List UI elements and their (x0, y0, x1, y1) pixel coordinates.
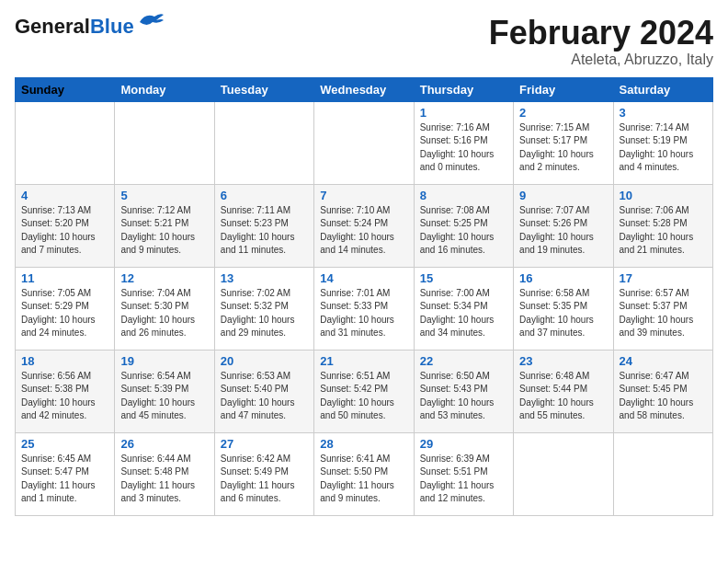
week-row-5: 25Sunrise: 6:45 AM Sunset: 5:47 PM Dayli… (16, 432, 713, 515)
week-row-4: 18Sunrise: 6:56 AM Sunset: 5:38 PM Dayli… (16, 350, 713, 432)
day-number: 5 (120, 189, 208, 202)
day-number: 20 (221, 354, 308, 368)
calendar-cell: 13Sunrise: 7:02 AM Sunset: 5:32 PM Dayli… (214, 267, 313, 350)
calendar-cell: 25Sunrise: 6:45 AM Sunset: 5:47 PM Dayli… (16, 432, 115, 515)
calendar-cell (514, 432, 613, 515)
day-info: Sunrise: 6:54 AM Sunset: 5:39 PM Dayligh… (120, 370, 208, 423)
calendar-cell: 23Sunrise: 6:48 AM Sunset: 5:44 PM Dayli… (514, 350, 613, 432)
calendar-cell: 14Sunrise: 7:01 AM Sunset: 5:33 PM Dayli… (314, 267, 414, 350)
calendar-cell: 19Sunrise: 6:54 AM Sunset: 5:39 PM Dayli… (115, 350, 214, 432)
calendar-cell: 15Sunrise: 7:00 AM Sunset: 5:34 PM Dayli… (414, 267, 513, 350)
week-row-3: 11Sunrise: 7:05 AM Sunset: 5:29 PM Dayli… (16, 267, 713, 350)
day-number: 6 (221, 189, 308, 202)
calendar-cell: 27Sunrise: 6:42 AM Sunset: 5:49 PM Dayli… (214, 432, 313, 515)
calendar-cell: 3Sunrise: 7:14 AM Sunset: 5:19 PM Daylig… (613, 101, 712, 184)
day-info: Sunrise: 7:13 AM Sunset: 5:20 PM Dayligh… (21, 204, 108, 258)
calendar-cell (16, 101, 115, 184)
day-number: 18 (21, 354, 108, 368)
title-block: February 2024 Ateleta, Abruzzo, Italy (489, 15, 713, 68)
calendar-cell: 1Sunrise: 7:16 AM Sunset: 5:16 PM Daylig… (414, 101, 513, 184)
calendar-cell: 7Sunrise: 7:10 AM Sunset: 5:24 PM Daylig… (314, 184, 414, 267)
day-info: Sunrise: 7:10 AM Sunset: 5:24 PM Dayligh… (320, 204, 407, 258)
logo: GeneralBlue (15, 15, 165, 39)
calendar-cell: 21Sunrise: 6:51 AM Sunset: 5:42 PM Dayli… (314, 350, 414, 432)
calendar-cell: 17Sunrise: 6:57 AM Sunset: 5:37 PM Dayli… (613, 267, 712, 350)
day-info: Sunrise: 7:04 AM Sunset: 5:30 PM Dayligh… (120, 287, 208, 340)
day-info: Sunrise: 6:39 AM Sunset: 5:51 PM Dayligh… (420, 453, 507, 506)
day-number: 13 (221, 271, 308, 285)
day-info: Sunrise: 7:00 AM Sunset: 5:34 PM Dayligh… (420, 287, 507, 340)
day-number: 12 (120, 271, 208, 285)
day-info: Sunrise: 6:41 AM Sunset: 5:50 PM Dayligh… (320, 453, 407, 506)
calendar-cell: 28Sunrise: 6:41 AM Sunset: 5:50 PM Dayli… (314, 432, 414, 515)
day-info: Sunrise: 6:48 AM Sunset: 5:44 PM Dayligh… (519, 370, 607, 423)
page-header: GeneralBlue February 2024 Ateleta, Abruz… (15, 15, 713, 68)
calendar-cell (314, 101, 414, 184)
calendar-table: SundayMondayTuesdayWednesdayThursdayFrid… (15, 77, 713, 516)
week-row-2: 4Sunrise: 7:13 AM Sunset: 5:20 PM Daylig… (16, 184, 713, 267)
calendar-cell: 20Sunrise: 6:53 AM Sunset: 5:40 PM Dayli… (214, 350, 313, 432)
day-number: 3 (620, 106, 707, 120)
week-row-1: 1Sunrise: 7:16 AM Sunset: 5:16 PM Daylig… (16, 101, 713, 184)
calendar-cell: 2Sunrise: 7:15 AM Sunset: 5:17 PM Daylig… (514, 101, 613, 184)
weekday-header-thursday: Thursday (414, 77, 513, 101)
calendar-cell: 22Sunrise: 6:50 AM Sunset: 5:43 PM Dayli… (414, 350, 513, 432)
day-info: Sunrise: 6:47 AM Sunset: 5:45 PM Dayligh… (620, 370, 707, 423)
day-info: Sunrise: 7:11 AM Sunset: 5:23 PM Dayligh… (221, 204, 308, 258)
logo-bird-icon (138, 11, 165, 35)
day-number: 2 (519, 106, 607, 120)
day-number: 1 (420, 106, 507, 120)
calendar-cell: 9Sunrise: 7:07 AM Sunset: 5:26 PM Daylig… (514, 184, 613, 267)
calendar-cell: 12Sunrise: 7:04 AM Sunset: 5:30 PM Dayli… (115, 267, 214, 350)
calendar-cell: 16Sunrise: 6:58 AM Sunset: 5:35 PM Dayli… (514, 267, 613, 350)
calendar-cell (214, 101, 313, 184)
weekday-header-tuesday: Tuesday (214, 77, 313, 101)
day-info: Sunrise: 7:01 AM Sunset: 5:33 PM Dayligh… (320, 287, 407, 340)
day-info: Sunrise: 7:07 AM Sunset: 5:26 PM Dayligh… (519, 204, 607, 258)
calendar-cell: 29Sunrise: 6:39 AM Sunset: 5:51 PM Dayli… (414, 432, 513, 515)
month-title: February 2024 (489, 15, 713, 52)
day-info: Sunrise: 7:14 AM Sunset: 5:19 PM Dayligh… (620, 121, 707, 175)
calendar-cell: 5Sunrise: 7:12 AM Sunset: 5:21 PM Daylig… (115, 184, 214, 267)
day-info: Sunrise: 6:56 AM Sunset: 5:38 PM Dayligh… (21, 370, 108, 423)
day-number: 15 (420, 271, 507, 285)
logo-blue: Blue (90, 15, 134, 38)
day-info: Sunrise: 7:02 AM Sunset: 5:32 PM Dayligh… (221, 287, 308, 340)
day-number: 28 (320, 437, 407, 451)
day-number: 7 (320, 189, 407, 202)
weekday-header-monday: Monday (115, 77, 214, 101)
day-number: 22 (420, 354, 507, 368)
calendar-cell: 18Sunrise: 6:56 AM Sunset: 5:38 PM Dayli… (16, 350, 115, 432)
day-number: 29 (420, 437, 507, 451)
day-info: Sunrise: 6:45 AM Sunset: 5:47 PM Dayligh… (21, 453, 108, 506)
calendar-cell: 4Sunrise: 7:13 AM Sunset: 5:20 PM Daylig… (16, 184, 115, 267)
calendar-cell: 24Sunrise: 6:47 AM Sunset: 5:45 PM Dayli… (613, 350, 712, 432)
weekday-header-row: SundayMondayTuesdayWednesdayThursdayFrid… (16, 77, 713, 101)
day-info: Sunrise: 6:44 AM Sunset: 5:48 PM Dayligh… (120, 453, 208, 506)
calendar-cell: 8Sunrise: 7:08 AM Sunset: 5:25 PM Daylig… (414, 184, 513, 267)
day-number: 8 (420, 189, 507, 202)
day-number: 27 (221, 437, 308, 451)
calendar-cell: 6Sunrise: 7:11 AM Sunset: 5:23 PM Daylig… (214, 184, 313, 267)
day-info: Sunrise: 7:06 AM Sunset: 5:28 PM Dayligh… (620, 204, 707, 258)
day-number: 26 (120, 437, 208, 451)
day-number: 24 (620, 354, 707, 368)
day-info: Sunrise: 6:51 AM Sunset: 5:42 PM Dayligh… (320, 370, 407, 423)
day-number: 21 (320, 354, 407, 368)
day-info: Sunrise: 7:12 AM Sunset: 5:21 PM Dayligh… (120, 204, 208, 258)
calendar-cell (115, 101, 214, 184)
day-number: 25 (21, 437, 108, 451)
day-info: Sunrise: 6:50 AM Sunset: 5:43 PM Dayligh… (420, 370, 507, 423)
day-info: Sunrise: 7:15 AM Sunset: 5:17 PM Dayligh… (519, 121, 607, 175)
day-info: Sunrise: 6:58 AM Sunset: 5:35 PM Dayligh… (519, 287, 607, 340)
calendar-cell (613, 432, 712, 515)
logo-general: General (15, 15, 90, 38)
day-info: Sunrise: 6:53 AM Sunset: 5:40 PM Dayligh… (221, 370, 308, 423)
calendar-cell: 26Sunrise: 6:44 AM Sunset: 5:48 PM Dayli… (115, 432, 214, 515)
weekday-header-wednesday: Wednesday (314, 77, 414, 101)
day-number: 11 (21, 271, 108, 285)
calendar-cell: 11Sunrise: 7:05 AM Sunset: 5:29 PM Dayli… (16, 267, 115, 350)
day-number: 23 (519, 354, 607, 368)
day-number: 10 (620, 189, 707, 202)
day-number: 4 (21, 189, 108, 202)
